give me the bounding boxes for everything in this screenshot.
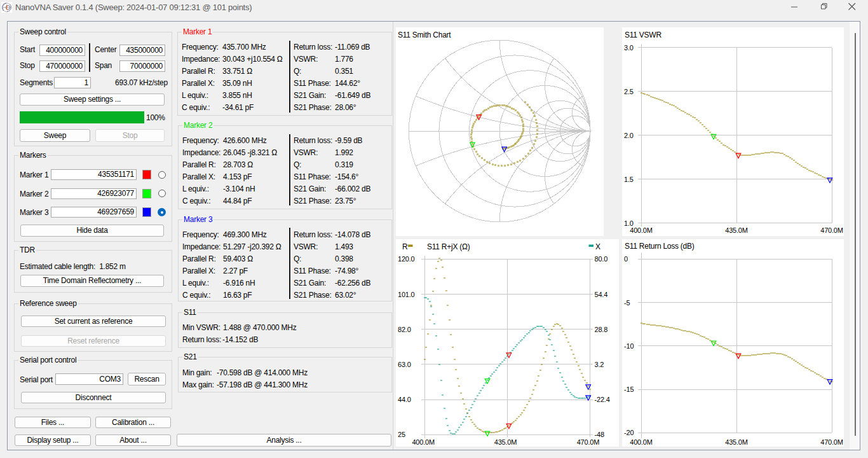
svg-text:470.0M: 470.0M xyxy=(577,438,600,446)
svg-text:44.0: 44.0 xyxy=(398,396,411,403)
svg-text:470.0M: 470.0M xyxy=(820,226,843,234)
svg-text:400.0M: 400.0M xyxy=(412,438,435,446)
svg-text:S11 Return Loss (dB): S11 Return Loss (dB) xyxy=(625,242,695,251)
svg-text:S11 VSWR: S11 VSWR xyxy=(625,31,661,39)
svg-text:25: 25 xyxy=(398,431,405,438)
svg-text:-5: -5 xyxy=(624,299,630,307)
svg-text:-48: -48 xyxy=(595,431,604,438)
svg-text:101.0: 101.0 xyxy=(398,291,415,298)
svg-text:S11 R+jX (Ω): S11 R+jX (Ω) xyxy=(427,242,470,251)
svg-text:1.0: 1.0 xyxy=(624,219,634,227)
svg-text:-15: -15 xyxy=(624,385,634,393)
svg-text:2.0: 2.0 xyxy=(624,132,634,139)
svg-text:54.4: 54.4 xyxy=(595,291,608,298)
svg-text:400.0M: 400.0M xyxy=(630,438,653,446)
svg-text:-10: -10 xyxy=(624,342,634,350)
svg-text:X: X xyxy=(595,242,600,251)
svg-text:-22.4: -22.4 xyxy=(595,396,610,403)
svg-text:R: R xyxy=(402,242,408,251)
svg-text:-20: -20 xyxy=(624,429,634,436)
svg-text:82.0: 82.0 xyxy=(398,326,411,333)
svg-text:120.0: 120.0 xyxy=(398,255,415,263)
svg-text:470.0M: 470.0M xyxy=(820,438,843,446)
svg-text:435.0M: 435.0M xyxy=(725,226,748,234)
svg-text:80.0: 80.0 xyxy=(595,255,608,263)
svg-text:400.0M: 400.0M xyxy=(630,226,653,234)
svg-text:3.0: 3.0 xyxy=(624,44,634,52)
svg-text:0: 0 xyxy=(624,255,628,263)
svg-text:28.8: 28.8 xyxy=(595,326,608,333)
svg-text:435.0M: 435.0M xyxy=(725,438,748,446)
svg-text:2.5: 2.5 xyxy=(624,88,634,95)
svg-text:S11 Smith Chart: S11 Smith Chart xyxy=(398,31,451,39)
svg-text:435.0M: 435.0M xyxy=(494,438,517,446)
svg-text:63.0: 63.0 xyxy=(398,361,411,368)
svg-text:1.5: 1.5 xyxy=(624,176,634,183)
svg-text:3.2: 3.2 xyxy=(595,361,604,368)
